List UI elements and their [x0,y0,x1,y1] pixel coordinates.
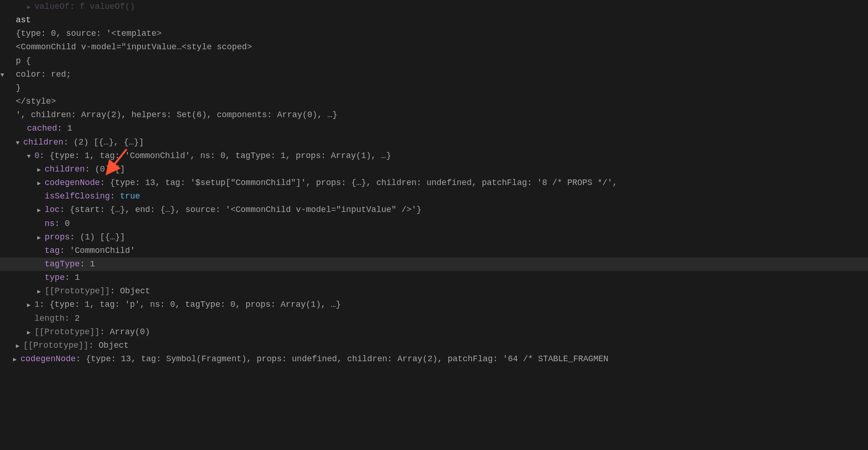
chevron-right-icon[interactable]: ▶ [37,179,45,188]
property-value: 1 [90,259,95,269]
chevron-right-icon[interactable]: ▶ [37,287,45,297]
object-row-length[interactable]: ▶ length: 2 [0,312,868,325]
object-row-codegenNode-root[interactable]: ▶ codegenNode: {type: 13, tag: Symbol(Fr… [0,352,868,366]
chevron-down-icon[interactable]: ▼ [27,152,34,161]
property-key: valueOf [34,2,70,11]
property-value: {type: 13, tag: '$setup["CommonChild"]',… [110,178,617,187]
object-row-isSelfClosing[interactable]: ▶ isSelfClosing: true [0,190,868,203]
source-content: p { [16,54,868,68]
property-key: [[Prototype]] [23,341,88,350]
property-key: tagType [45,259,80,269]
chevron-down-icon[interactable]: ▼ [0,70,5,80]
object-row-tagType[interactable]: ▶ tagType: 1 [0,258,868,271]
property-key: children [23,138,63,147]
source-content: color: red; [16,68,868,81]
chevron-right-icon[interactable]: ▶ [37,233,45,243]
object-preview-tail-text: ', children: Array(2), helpers: Set(6), … [16,108,868,122]
object-row-children-inner[interactable]: ▶ children: (0) [] [0,163,868,176]
property-key: codegenNode [20,354,76,364]
property-value: 1 [75,273,80,282]
chevron-right-icon[interactable]: ▶ [37,165,45,175]
source-content: } [16,81,868,95]
object-row-ns[interactable]: ▶ ns: 0 [0,217,868,231]
source-preview-line: <CommonChild v-model="inputValue…<style … [0,40,868,54]
chevron-down-icon[interactable]: ▼ [16,138,23,148]
source-content: <CommonChild v-model="inputValue…<style … [16,40,868,54]
property-key: ns [45,219,55,228]
source-preview-line[interactable]: {type: 0, source: '<template> [0,27,868,40]
property-value: 'CommonChild' [70,246,135,255]
property-value: (1) [{…}] [80,232,125,242]
object-row-child-1[interactable]: ▶ 1: {type: 1, tag: 'p', ns: 0, tagType:… [0,298,868,311]
object-preview: {type: 0, source: '<template> [16,27,868,40]
chevron-right-icon[interactable]: ▶ [16,341,23,351]
array-index: 1 [34,300,40,309]
property-value: 0 [65,219,70,228]
property-key: codegenNode [45,178,100,187]
object-row-loc[interactable]: ▶ loc: {start: {…}, end: {…}, source: '<… [0,203,868,217]
property-value: {type: 1, tag: 'CommonChild', ns: 0, tag… [49,151,391,160]
property-key: length [34,314,65,323]
chevron-right-icon[interactable]: ▶ [27,328,34,338]
chevron-right-icon[interactable]: ▶ [13,355,20,364]
property-key: [[Prototype]] [34,327,100,337]
chevron-right-icon[interactable]: ▶ [37,205,45,215]
object-row-children[interactable]: ▼ children: (2) [{…}, {…}] [0,136,868,149]
property-value: {type: 13, tag: Symbol(Fragment), props:… [86,354,608,364]
object-row-prototype-obj[interactable]: ▶ [[Prototype]]: Object [0,339,868,352]
source-preview-line: </style> [0,95,868,108]
object-row-type[interactable]: ▶ type: 1 [0,271,868,285]
property-value: (2) [{…}, {…}] [73,138,144,147]
property-value: Object [99,341,129,350]
property-key: isSelfClosing [45,192,110,201]
object-row-child-0[interactable]: ▼ 0: {type: 1, tag: 'CommonChild', ns: 0… [0,149,868,163]
property-key: [[Prototype]] [45,286,110,296]
property-key: type [45,273,65,282]
chevron-right-icon[interactable]: ▶ [27,300,34,310]
property-value: 2 [74,314,80,323]
property-preview: : f valueOf() [70,2,135,11]
array-index: 0 [34,151,40,160]
property-key: cached [27,124,57,133]
property-key: children [45,165,85,174]
property-value: 1 [67,124,72,133]
property-key: loc [45,205,60,214]
property-value: Object [120,286,150,296]
property-value: true [120,192,140,201]
source-preview-line: ▼ color: red; [0,68,868,81]
property-value: {type: 1, tag: 'p', ns: 0, tagType: 0, p… [49,300,341,309]
chevron-right-icon[interactable]: ▶ [27,2,34,12]
object-row-codegenNode[interactable]: ▶ codegenNode: {type: 13, tag: '$setup["… [0,176,868,190]
property-value: {start: {…}, end: {…}, source: '<CommonC… [70,205,421,214]
property-value: (0) [] [95,165,125,174]
object-row-top[interactable]: ▶ valueOf: f valueOf() [0,0,868,13]
object-preview-tail: ', children: Array(2), helpers: Set(6), … [0,108,868,122]
source-preview-line: } [0,81,868,95]
object-row-cached[interactable]: cached: 1 [0,122,868,135]
property-key: props [45,232,70,242]
object-row-ast[interactable]: ast [0,13,868,27]
object-row-props[interactable]: ▶ props: (1) [{…}] [0,231,868,244]
object-row-tag[interactable]: ▶ tag: 'CommonChild' [0,244,868,258]
source-content: </style> [16,95,868,108]
source-preview-line: p { [0,54,868,68]
object-row-prototype[interactable]: ▶ [[Prototype]]: Object [0,285,868,298]
property-key: tag [45,246,60,255]
property-value: Array(0) [110,327,150,337]
ast-label: ast [16,13,868,27]
object-row-prototype-array[interactable]: ▶ [[Prototype]]: Array(0) [0,325,868,339]
